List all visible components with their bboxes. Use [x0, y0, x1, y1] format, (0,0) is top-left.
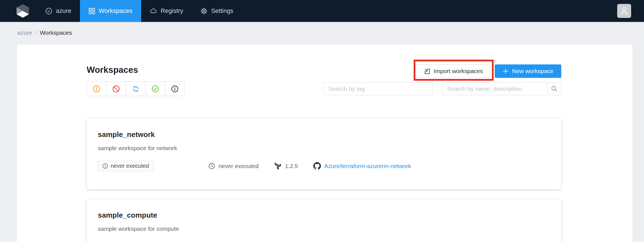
warning-circle-icon [93, 85, 100, 93]
import-workspaces-label: Import workspaces [434, 68, 483, 75]
grid-icon [89, 8, 95, 14]
new-workspace-label: New workspace [512, 68, 553, 75]
workspace-description: sample workspace for compute [98, 225, 550, 232]
cloud-icon [150, 7, 157, 15]
tab-workspaces[interactable]: Workspaces [80, 0, 141, 22]
repo-link[interactable]: Azure/terraform-azurerm-network [324, 163, 411, 169]
last-run-info: never executed [208, 162, 259, 169]
github-icon [313, 162, 321, 170]
terraform-icon [274, 162, 281, 170]
info-circle-icon [102, 163, 108, 169]
workspaces-panel: Workspaces Import workspaces [17, 44, 633, 242]
tab-registry-label: Registry [161, 7, 183, 15]
import-workspaces-button[interactable]: Import workspaces [416, 64, 491, 78]
top-navigation-bar: azure Workspaces Registry [0, 0, 644, 22]
chevron-down-circle-icon [45, 8, 52, 15]
workspace-name[interactable]: sample_compute [98, 211, 550, 220]
tab-settings[interactable]: Settings [192, 0, 242, 22]
search-button[interactable] [547, 82, 561, 95]
new-workspace-button[interactable]: New workspace [495, 64, 561, 78]
search-by-name-input[interactable] [442, 82, 547, 95]
user-avatar[interactable] [617, 4, 631, 18]
filter-discarded-button[interactable] [106, 82, 126, 96]
import-icon [424, 68, 430, 75]
last-run-text: never executed [219, 163, 259, 169]
gear-icon [200, 8, 207, 15]
status-badge-label: never executed [111, 163, 149, 169]
workspace-list: sample_network sample workspace for netw… [87, 118, 561, 242]
tab-settings-label: Settings [211, 7, 233, 15]
environment-name: azure [56, 7, 71, 15]
breadcrumb: azure / Workspaces [0, 22, 644, 36]
breadcrumb-separator: / [35, 29, 37, 36]
breadcrumb-current: Workspaces [40, 29, 72, 36]
info-circle-icon [171, 85, 179, 93]
status-badge: never executed [98, 161, 153, 171]
filter-unreported-button[interactable] [165, 82, 185, 96]
breadcrumb-env-link[interactable]: azure [17, 29, 32, 36]
page-title: Workspaces [87, 65, 138, 75]
plus-icon [503, 68, 509, 74]
terraform-version-text: 1.2.5 [285, 163, 298, 169]
check-circle-icon [151, 85, 159, 93]
terraform-version-info: 1.2.5 [274, 162, 298, 170]
workspace-card-sample-network[interactable]: sample_network sample workspace for netw… [87, 118, 561, 189]
search-icon [551, 85, 558, 92]
sync-icon [132, 85, 139, 93]
filter-in-progress-button[interactable] [126, 82, 146, 96]
user-icon [620, 6, 628, 16]
environment-selector[interactable]: azure [37, 0, 80, 22]
stop-icon [112, 85, 120, 93]
tab-workspaces-label: Workspaces [99, 7, 132, 15]
filter-applied-button[interactable] [145, 82, 165, 96]
scalr-logo-icon[interactable] [16, 4, 29, 18]
repo-info: Azure/terraform-azurerm-network [313, 162, 411, 170]
search-by-tag-input[interactable] [324, 82, 433, 95]
status-filter-group [87, 82, 185, 96]
workspace-description: sample workspace for network [98, 145, 550, 152]
clock-icon [208, 162, 215, 169]
main-nav: azure Workspaces Registry [37, 0, 242, 22]
workspace-name[interactable]: sample_network [98, 130, 550, 139]
filter-errored-button[interactable] [87, 82, 106, 96]
tab-registry[interactable]: Registry [141, 0, 192, 22]
workspace-card-sample-compute[interactable]: sample_compute sample workspace for comp… [87, 199, 561, 242]
